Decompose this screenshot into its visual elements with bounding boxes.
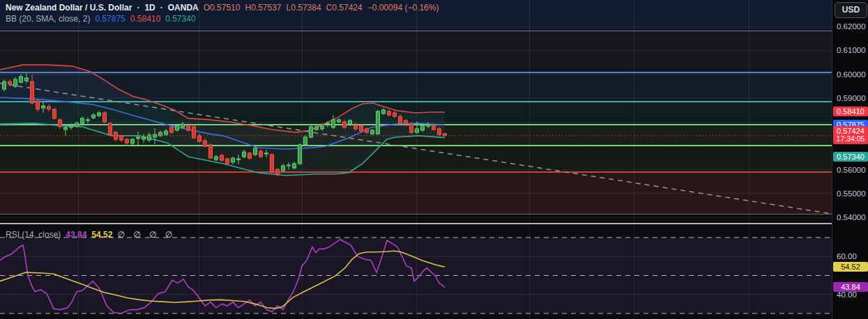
candle-body bbox=[181, 124, 185, 127]
candle-body bbox=[47, 107, 51, 109]
candle-body bbox=[209, 145, 213, 158]
candle-body bbox=[399, 116, 402, 123]
axis-tick-label: 0.62000 bbox=[837, 22, 866, 31]
candle-body bbox=[3, 81, 6, 89]
candle-up bbox=[298, 143, 302, 165]
candle-down bbox=[209, 143, 213, 159]
axis-tick-label: 0.54000 bbox=[837, 213, 866, 221]
candle-down bbox=[271, 153, 274, 174]
candle-up bbox=[176, 124, 179, 132]
rsi-pane bbox=[0, 238, 832, 313]
bb-upper-value: 0.58410 bbox=[130, 14, 160, 24]
candle-body bbox=[382, 110, 386, 114]
ohlc-low: L0.57384 bbox=[287, 3, 321, 13]
trading-chart-app: New Zealand Dollar / U.S. Dollar · 1D · … bbox=[0, 0, 868, 319]
candle-body bbox=[432, 126, 436, 130]
candle-body bbox=[81, 118, 84, 123]
countdown-timer: 17:34:05 bbox=[833, 135, 868, 143]
candle-body bbox=[142, 137, 146, 139]
candle-body bbox=[349, 120, 352, 124]
legend-separator: · bbox=[160, 3, 163, 13]
rsi-ma-badge[interactable]: 54.52 bbox=[833, 262, 868, 272]
candle-down bbox=[192, 125, 196, 139]
candle-down bbox=[103, 111, 107, 123]
bb-indicator-legend[interactable]: BB (20, SMA, close, 2) 0.57875 0.58410 0… bbox=[6, 14, 196, 24]
candle-body bbox=[53, 109, 56, 118]
candle-body bbox=[198, 136, 201, 141]
candle-body bbox=[25, 78, 29, 81]
candle-body bbox=[103, 113, 107, 122]
last-price-badge[interactable]: 0.5742417:34:05 bbox=[833, 126, 868, 144]
legend-separator: · bbox=[137, 3, 139, 13]
candle-body bbox=[64, 127, 68, 130]
candle-body bbox=[287, 165, 291, 166]
candle-body bbox=[438, 129, 441, 134]
candle-down bbox=[220, 154, 224, 162]
candle-body bbox=[360, 125, 363, 131]
candle-down bbox=[170, 126, 174, 134]
axis-tick-label: 0.56000 bbox=[837, 166, 866, 174]
bb-label[interactable]: BB (20, SMA, close, 2) bbox=[6, 14, 90, 24]
candle-body bbox=[354, 125, 358, 129]
candle-body bbox=[427, 125, 430, 126]
symbol-title[interactable]: New Zealand Dollar / U.S. Dollar bbox=[6, 3, 132, 13]
candle-body bbox=[137, 137, 140, 139]
candle-body bbox=[315, 127, 319, 130]
bb-lower-badge[interactable]: 0.57340 bbox=[833, 152, 868, 162]
axis-tick-label: 60.00 bbox=[837, 252, 857, 260]
candle-body bbox=[321, 126, 324, 129]
rsi-ma-value: 54.52 bbox=[91, 230, 112, 240]
price-axis[interactable]: USD 0.620000.610000.600000.590000.560000… bbox=[832, 0, 868, 319]
candle-body bbox=[248, 153, 252, 158]
candle-body bbox=[276, 169, 280, 174]
candle-down bbox=[438, 127, 441, 136]
ohlc-open: O0.57510 bbox=[204, 3, 241, 13]
candle-body bbox=[176, 125, 179, 130]
candle-body bbox=[243, 152, 246, 157]
candle-body bbox=[187, 125, 190, 130]
candle-body bbox=[31, 81, 34, 103]
candle-body bbox=[220, 155, 224, 160]
candle-body bbox=[410, 124, 413, 132]
candle-body bbox=[226, 159, 229, 164]
bb-upper-badge[interactable]: 0.58410 bbox=[833, 107, 868, 116]
candle-body bbox=[265, 153, 268, 154]
candle-body bbox=[365, 129, 369, 132]
candle-down bbox=[109, 122, 112, 137]
candle-body bbox=[70, 125, 73, 127]
candle-body bbox=[388, 111, 391, 115]
rsi-hidden-plots: ∅ ∅ ∅ ∅ bbox=[117, 230, 172, 240]
candle-body bbox=[376, 111, 380, 134]
axis-tick-label: 0.59000 bbox=[837, 94, 866, 102]
candle-body bbox=[421, 125, 425, 130]
rsi-badge[interactable]: 43.84 bbox=[833, 282, 868, 292]
candle-body bbox=[75, 123, 79, 126]
candle-body bbox=[20, 77, 23, 82]
axis-tick-label: 0.55000 bbox=[837, 189, 866, 198]
interval-label[interactable]: 1D bbox=[144, 3, 155, 13]
rsi-indicator-legend[interactable]: RSI (14, close) 43.84 54.52 ∅ ∅ ∅ ∅ bbox=[6, 230, 172, 240]
candle-body bbox=[59, 120, 62, 127]
candle-body bbox=[14, 79, 17, 86]
candle-body bbox=[293, 164, 296, 168]
candle-body bbox=[165, 131, 168, 134]
candle-down bbox=[410, 123, 413, 134]
candle-body bbox=[416, 129, 419, 132]
symbol-legend[interactable]: New Zealand Dollar / U.S. Dollar · 1D · … bbox=[6, 3, 439, 13]
axis-tick-label: 0.60000 bbox=[837, 70, 866, 79]
candle-body bbox=[120, 136, 123, 140]
pane-separator[interactable] bbox=[0, 223, 868, 224]
bb-lower-value: 0.57340 bbox=[165, 14, 195, 24]
candle-body bbox=[215, 157, 218, 160]
bb-basis-value: 0.57875 bbox=[95, 14, 125, 24]
candle-body bbox=[404, 120, 408, 124]
rsi-label[interactable]: RSI (14, close) bbox=[6, 230, 61, 240]
main-chart[interactable] bbox=[0, 0, 868, 319]
candle-body bbox=[204, 141, 207, 146]
exchange-label[interactable]: OANDA bbox=[168, 3, 199, 13]
candle-body bbox=[92, 115, 96, 118]
candle-body bbox=[109, 123, 112, 134]
currency-toggle-button[interactable]: USD bbox=[835, 2, 867, 18]
candle-body bbox=[8, 81, 12, 84]
candle-body bbox=[326, 123, 330, 124]
